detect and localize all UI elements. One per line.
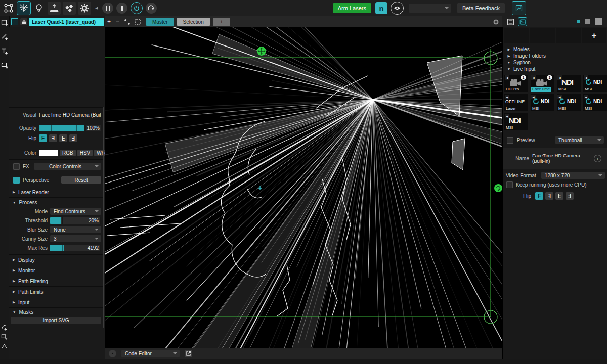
open-in-window-icon[interactable] <box>185 350 192 357</box>
layer-visible-checkbox[interactable] <box>11 18 18 25</box>
rotate-handle[interactable] <box>494 184 502 192</box>
preview-visibility-button[interactable] <box>391 2 404 15</box>
max-res-slider[interactable]: 4192 <box>50 245 101 251</box>
move-handle[interactable] <box>257 47 266 56</box>
flip-horizontal-button[interactable]: F <box>49 134 57 142</box>
thumb-size-small[interactable] <box>577 20 580 23</box>
live-input-tile-msi[interactable]: ◀NDIMSI <box>557 94 581 111</box>
video-format-dropdown[interactable]: 1280 x 720 <box>541 172 605 179</box>
media-tree-item-image-folders[interactable]: ▶Image Folders <box>504 53 605 59</box>
input-flip-none-button[interactable]: F <box>535 192 543 200</box>
live-input-tile-msi[interactable]: ◀NDIMSI <box>531 94 554 111</box>
collapse-icon[interactable]: ▼ <box>507 61 511 64</box>
ndi-button[interactable]: n <box>375 2 387 14</box>
source-name-value[interactable]: FaceTime HD Camera (Built-in) <box>532 153 591 164</box>
input-flip-horizontal-button[interactable]: F <box>545 192 553 200</box>
redo-button[interactable] <box>146 3 157 14</box>
add-text-icon[interactable] <box>1 48 9 55</box>
view-settings-gear-icon[interactable] <box>493 19 499 25</box>
stop-button[interactable] <box>116 3 127 14</box>
add-rect-mask-icon[interactable] <box>1 334 8 340</box>
media-tree-item-movies[interactable]: ▶Movies <box>504 46 605 53</box>
power-button[interactable] <box>131 2 143 14</box>
expand-editor-button[interactable]: ▲ <box>109 350 116 357</box>
expand-icon[interactable]: ▶ <box>507 54 511 58</box>
output-select-dropdown[interactable] <box>409 4 451 13</box>
layer-name[interactable]: Laser Quad-1 (laser_quad) <box>29 18 104 26</box>
flip-both-button[interactable]: F <box>69 134 77 142</box>
beta-feedback-button[interactable]: Beta Feedback <box>457 3 505 13</box>
add-curve-icon[interactable] <box>1 324 8 331</box>
tab-add[interactable]: + <box>213 18 230 26</box>
thumb-size-medium[interactable] <box>585 19 590 24</box>
section-process[interactable]: ▼Process <box>9 198 103 207</box>
rgb-button[interactable]: RGB <box>60 150 76 156</box>
keep-running-checkbox[interactable] <box>506 181 513 188</box>
section-laser-render[interactable]: ▶Laser Render <box>9 187 103 197</box>
left-panel-scrollbar[interactable] <box>103 107 104 328</box>
preview-mode-dropdown[interactable]: Thumbnail <box>555 136 604 144</box>
fit-view-icon[interactable] <box>124 19 130 25</box>
live-input-tile-msi[interactable]: ◀NDIMSI <box>504 113 528 130</box>
add-media-slot-button[interactable]: + <box>582 28 606 43</box>
live-input-tile-facetime[interactable]: ◀1FaceTime <box>531 75 554 92</box>
media-slot[interactable] <box>556 28 581 43</box>
media-slot[interactable] <box>530 28 555 43</box>
arm-lasers-button[interactable]: Arm Lasers <box>333 3 371 13</box>
section-display[interactable]: ▶Display <box>9 255 103 265</box>
thumbnail-view-icon[interactable] <box>518 18 527 26</box>
zoom-in-icon[interactable]: + <box>107 16 111 27</box>
live-input-tile-hd-pro[interactable]: ◀1HD Pro <box>504 75 528 92</box>
canny-size-dropdown[interactable]: 3 <box>50 235 101 242</box>
add-media-icon[interactable] <box>1 62 9 69</box>
marquee-select-icon[interactable] <box>135 19 141 25</box>
media-tree-item-live-input[interactable]: ▼Live Input <box>504 66 605 72</box>
preview-canvas[interactable] <box>105 27 502 348</box>
section-path-filtering[interactable]: ▶Path Filtering <box>9 276 103 286</box>
media-slot[interactable] <box>504 28 529 43</box>
info-icon[interactable]: i <box>594 155 601 162</box>
tab-master[interactable]: Master <box>146 18 174 26</box>
laser-tool-button[interactable] <box>17 2 30 15</box>
input-flip-both-button[interactable]: F <box>566 192 574 200</box>
flip-vertical-button[interactable]: F <box>59 134 67 142</box>
live-input-tile-msi[interactable]: ◀NDIMSI <box>583 75 607 92</box>
add-polyline-icon[interactable] <box>1 343 8 349</box>
live-input-tile-msi[interactable]: ◀NDIMSI <box>583 94 607 111</box>
mode-dropdown[interactable]: Find Contours <box>50 208 101 215</box>
pause-button[interactable] <box>102 3 113 14</box>
flip-none-button[interactable]: F <box>39 134 47 142</box>
import-svg-button[interactable]: Import SVG <box>11 317 101 324</box>
3d-scene-tool-button[interactable] <box>63 2 76 15</box>
fx-checkbox[interactable] <box>13 163 20 170</box>
collapse-icon[interactable]: ▼ <box>507 67 511 71</box>
input-flip-vertical-button[interactable]: F <box>555 192 563 200</box>
live-input-tile-laser-[interactable]: ◀OFFLINELaser- <box>504 94 528 111</box>
fixtures-tool-button[interactable] <box>32 2 46 15</box>
opacity-slider[interactable] <box>39 125 84 131</box>
hsv-button[interactable]: HSV <box>77 150 93 156</box>
mapping-tool-button[interactable] <box>2 2 15 15</box>
opacity-value[interactable]: 100% <box>86 125 101 131</box>
perspective-checkbox[interactable] <box>13 177 20 184</box>
add-line-icon[interactable] <box>1 33 9 40</box>
preview-checkbox[interactable] <box>507 137 513 144</box>
section-path-limits[interactable]: ▶Path Limits <box>9 287 103 297</box>
media-panel-button[interactable] <box>512 1 526 15</box>
list-view-icon[interactable] <box>506 18 514 26</box>
editor-mode-dropdown[interactable]: Code Editor <box>121 350 180 357</box>
section-input[interactable]: ▶Input <box>9 297 103 307</box>
threshold-slider[interactable]: 20% <box>50 217 101 224</box>
zoom-out-icon[interactable]: − <box>116 16 119 27</box>
expand-icon[interactable]: ▶ <box>507 48 511 52</box>
thumb-size-large[interactable] <box>595 18 602 25</box>
section-monitor[interactable]: ▶Monitor <box>9 265 103 276</box>
perspective-reset-button[interactable]: Reset <box>61 176 101 184</box>
tab-selection[interactable]: Selection <box>177 18 210 26</box>
fx-dropdown[interactable]: Color Controls <box>34 163 101 170</box>
live-input-tile-msi[interactable]: ◀NDIMSI <box>557 75 581 92</box>
settings-tool-button[interactable] <box>78 2 91 15</box>
output-tool-button[interactable] <box>48 2 61 15</box>
section-masks[interactable]: ▼Masks <box>9 308 103 316</box>
color-swatch[interactable] <box>39 150 58 156</box>
